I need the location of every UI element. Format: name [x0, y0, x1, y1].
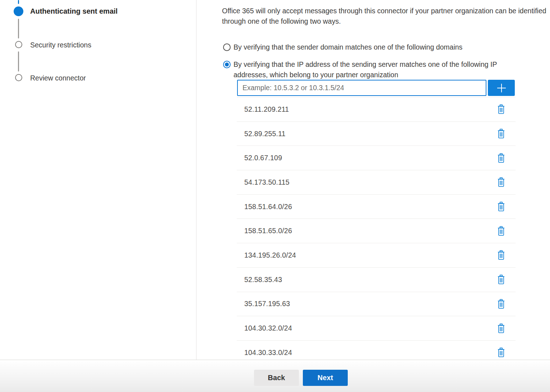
ip-list-item: 134.195.26.0/24	[237, 243, 516, 268]
sidebar-divider	[196, 0, 197, 360]
trash-icon	[497, 275, 505, 285]
ip-address-input[interactable]	[237, 80, 486, 96]
delete-ip-button[interactable]	[497, 128, 505, 139]
ip-address-value: 134.195.26.0/24	[244, 251, 296, 259]
ip-address-list: 52.11.209.211 52.89.255.11	[237, 97, 516, 365]
ip-list-item: 158.51.64.0/26	[237, 195, 516, 219]
step-security-restrictions[interactable]: Security restrictions	[30, 41, 91, 49]
ip-list-item: 52.58.35.43	[237, 268, 516, 292]
trash-icon	[497, 129, 505, 139]
add-ip-button[interactable]	[488, 80, 515, 96]
ip-list-item: 52.0.67.109	[237, 146, 516, 170]
delete-ip-button[interactable]	[497, 201, 505, 212]
intro-text: Office 365 will only accept messages thr…	[222, 6, 550, 26]
delete-ip-button[interactable]	[497, 104, 505, 115]
trash-icon	[497, 177, 505, 187]
ip-list-item: 35.157.195.63	[237, 292, 516, 317]
delete-ip-button[interactable]	[497, 274, 505, 285]
stepper-line-bottom	[18, 51, 19, 72]
ip-address-value: 52.89.255.11	[244, 130, 286, 138]
delete-ip-button[interactable]	[497, 226, 505, 236]
ip-address-value: 54.173.50.115	[244, 178, 290, 186]
ip-address-value: 104.30.32.0/24	[244, 324, 292, 332]
trash-icon	[497, 226, 505, 236]
stepper-line-middle	[18, 19, 19, 38]
step-review-dot	[15, 74, 22, 81]
delete-ip-button[interactable]	[497, 323, 505, 334]
ip-address-value: 158.51.64.0/26	[244, 203, 292, 211]
delete-ip-button[interactable]	[497, 299, 505, 309]
trash-icon	[497, 153, 505, 163]
trash-icon	[497, 299, 505, 309]
trash-icon	[497, 250, 505, 260]
radio-option-ip-address[interactable]: By verifying that the IP address of the …	[223, 60, 532, 80]
ip-list-item: 158.51.65.0/26	[237, 219, 516, 243]
delete-ip-button[interactable]	[497, 177, 505, 188]
ip-list-item: 52.89.255.11	[237, 122, 516, 146]
step-review-connector[interactable]: Review connector	[30, 74, 86, 82]
ip-list-item: 54.173.50.115	[237, 170, 516, 195]
ip-address-value: 104.30.33.0/24	[244, 349, 292, 357]
ip-address-value: 52.58.35.43	[244, 276, 282, 284]
step-active-dot	[14, 6, 23, 16]
wizard-footer: Back Next	[0, 360, 550, 392]
radio-option-label: By verifying that the sender domain matc…	[234, 43, 462, 51]
trash-icon	[497, 202, 505, 212]
radio-unselected-icon[interactable]	[223, 43, 231, 51]
ip-list-item: 104.30.32.0/24	[237, 316, 516, 341]
ip-list-item: 52.11.209.211	[237, 97, 516, 122]
radio-selected-icon[interactable]	[223, 61, 231, 68]
trash-icon	[497, 323, 505, 333]
plus-icon	[496, 83, 507, 93]
step-authenticating-sent-email[interactable]: Authenticating sent email	[30, 7, 117, 15]
trash-icon	[497, 104, 505, 114]
stepper-line-top	[18, 0, 19, 4]
radio-option-sender-domain[interactable]: By verifying that the sender domain matc…	[223, 43, 462, 51]
ip-address-value: 52.0.67.109	[244, 154, 282, 162]
trash-icon	[497, 347, 505, 358]
back-button[interactable]: Back	[254, 370, 299, 386]
ip-address-value: 35.157.195.63	[244, 300, 290, 308]
next-button[interactable]: Next	[303, 370, 348, 386]
ip-address-value: 52.11.209.211	[244, 105, 289, 114]
new-connector-wizard-page: Authenticating sent email Security restr…	[0, 0, 550, 392]
delete-ip-button[interactable]	[497, 347, 505, 358]
delete-ip-button[interactable]	[497, 250, 505, 260]
delete-ip-button[interactable]	[497, 153, 505, 163]
ip-address-value: 158.51.65.0/26	[244, 227, 292, 235]
step-security-dot	[15, 41, 22, 48]
radio-option-label: By verifying that the IP address of the …	[234, 59, 532, 80]
